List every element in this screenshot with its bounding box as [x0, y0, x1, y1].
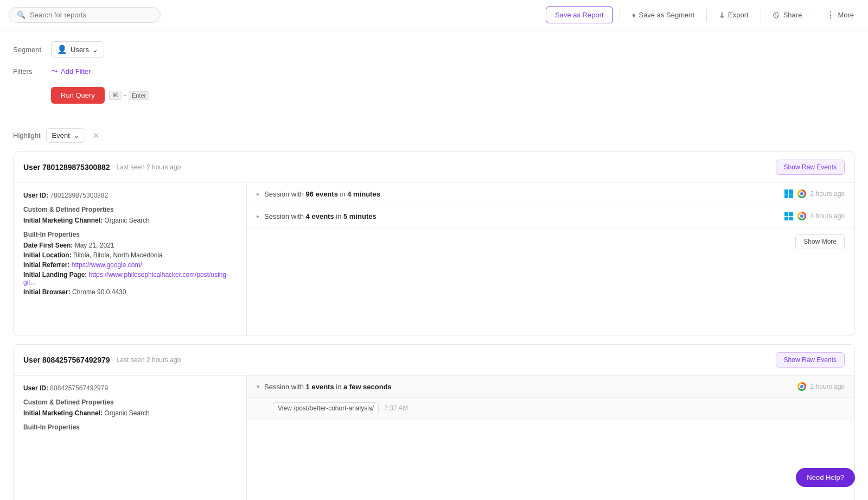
people-icon: 👤 — [57, 45, 67, 54]
user-last-seen-2: Last seen 2 hours ago — [117, 356, 181, 364]
user-card-1: User 7801289875300882 Last seen 2 hours … — [13, 151, 855, 336]
sessions-pane-2: ▾ Session with 1 events in a few seconds… — [247, 376, 854, 500]
custom-props-title-2: Custom & Defined Properties — [23, 398, 237, 406]
duration: a few seconds — [343, 383, 392, 391]
initial-referrer-row-1: Initial Referrer: https://www.google.com… — [23, 261, 237, 269]
add-filter-button[interactable]: ⤳ Add Filter — [51, 66, 91, 76]
need-help-button[interactable]: Need Help? — [796, 468, 855, 487]
search-input[interactable] — [30, 11, 152, 19]
session-right-1-1: 2 hours ago — [784, 189, 845, 198]
divider — [761, 9, 761, 22]
show-raw-events-button-1[interactable]: Show Raw Events — [776, 160, 845, 175]
run-query-button[interactable]: Run Query — [51, 87, 105, 104]
initial-location-row-1: Initial Location: Bitola, Bitola, North … — [23, 251, 237, 259]
initial-landing-row-1: Initial Landing Page: https://www.philos… — [23, 271, 237, 286]
windows-icon — [784, 212, 793, 220]
more-icon: ⋮ — [826, 10, 835, 20]
builtin-props-title-2: Built-In Properties — [23, 423, 237, 431]
show-more-button-1[interactable]: Show More — [795, 234, 845, 249]
segment-value: Users — [71, 46, 89, 54]
divider — [706, 9, 707, 22]
chrome-icon — [797, 382, 806, 391]
user-card-2: User 8084257567492979 Last seen 2 hours … — [13, 344, 855, 500]
share-button[interactable]: ⛒ Share — [768, 8, 808, 23]
segment-dropdown[interactable]: 👤 Users ⌄ — [51, 41, 104, 58]
save-segment-button[interactable]: ● Save as Segment — [627, 8, 700, 22]
user-id-label-2: User ID: — [23, 384, 48, 392]
user-card-body-2: User ID: 8084257567492979 Custom & Defin… — [14, 376, 854, 500]
windows-icon — [784, 189, 793, 198]
search-box[interactable]: 🔍 — [9, 7, 161, 23]
session-left-2-1: ▾ Session with 1 events in a few seconds — [257, 383, 392, 391]
user-name-1: User 7801289875300882 — [23, 163, 110, 172]
topbar-actions: Save as Report ● Save as Segment ⇓ Expor… — [546, 7, 859, 23]
download-icon: ⇓ — [719, 11, 725, 20]
date-first-seen-row-1: Date First Seen: May 21, 2021 — [23, 242, 237, 249]
builtin-props-title-1: Built-In Properties — [23, 231, 237, 238]
sessions-pane-1: ▸ Session with 96 events in 4 minutes 2 … — [247, 183, 854, 335]
show-more-row-1: Show More — [247, 227, 854, 256]
segment-label: Segment — [13, 46, 46, 54]
chevron-down-icon: ⌄ — [92, 46, 98, 54]
session-time-1-2: 4 hours ago — [810, 212, 845, 220]
highlight-value: Event — [52, 131, 70, 140]
divider — [814, 9, 814, 22]
filters-label: Filters — [13, 67, 46, 75]
user-id-value-1: 7801289875300882 — [50, 192, 108, 199]
chevron-right-icon: ▸ — [257, 191, 260, 198]
more-button[interactable]: ⋮ More — [821, 7, 859, 23]
event-count: 4 events — [306, 212, 334, 220]
event-row-2-1: View /post/better-cohort-analysis/ 7:37 … — [247, 398, 854, 419]
user-card-body-1: User ID: 7801289875300882 Custom & Defin… — [14, 183, 854, 335]
event-time: 7:37 AM — [384, 404, 408, 412]
chrome-icon — [797, 189, 806, 198]
session-item-1-1[interactable]: ▸ Session with 96 events in 4 minutes 2 … — [247, 183, 854, 205]
filters-row: Filters ⤳ Add Filter — [13, 66, 855, 76]
session-item-1-2[interactable]: ▸ Session with 4 events in 5 minutes 4 h… — [247, 205, 854, 227]
save-report-button[interactable]: Save as Report — [546, 7, 613, 23]
user-last-seen-1: Last seen 2 hours ago — [117, 163, 181, 171]
divider — [620, 9, 620, 22]
duration: 4 minutes — [347, 190, 380, 198]
referrer-link-1[interactable]: https://www.google.com/ — [72, 261, 142, 269]
clock-icon: ● — [632, 11, 636, 19]
plus-separator: + — [123, 92, 127, 99]
session-item-2-1[interactable]: ▾ Session with 1 events in a few seconds… — [247, 376, 854, 398]
highlight-row: Highlight Event ⌄ ✕ — [13, 128, 855, 143]
session-text-2-1: Session with 1 events in a few seconds — [264, 383, 392, 391]
event-count: 1 events — [306, 383, 334, 391]
user-id-row-2: User ID: 8084257567492979 — [23, 384, 237, 392]
cmd-key: ⌘ — [109, 91, 122, 100]
main-content: Segment 👤 Users ⌄ Filters ⤳ Add Filter R… — [0, 30, 868, 500]
chrome-icon — [797, 212, 806, 220]
session-left-1-1: ▸ Session with 96 events in 4 minutes — [257, 190, 380, 198]
user-title-2: User 8084257567492979 Last seen 2 hours … — [23, 356, 181, 364]
show-raw-events-button-2[interactable]: Show Raw Events — [776, 352, 845, 368]
highlight-label: Highlight — [13, 131, 41, 140]
chevron-down-icon: ⌄ — [73, 131, 79, 140]
user-id-label-1: User ID: — [23, 192, 48, 199]
clear-highlight-button[interactable]: ✕ — [93, 131, 100, 141]
initial-channel-row-2: Initial Marketing Channel: Organic Searc… — [23, 409, 237, 417]
custom-props-title-1: Custom & Defined Properties — [23, 206, 237, 213]
share-icon: ⛒ — [773, 11, 781, 20]
session-time-2-1: 2 hours ago — [810, 383, 845, 390]
user-title-1: User 7801289875300882 Last seen 2 hours … — [23, 163, 181, 172]
highlight-dropdown[interactable]: Event ⌄ — [46, 128, 85, 143]
session-text-1-2: Session with 4 events in 5 minutes — [264, 212, 376, 220]
initial-channel-row-1: Initial Marketing Channel: Organic Searc… — [23, 217, 237, 224]
export-button[interactable]: ⇓ Export — [713, 8, 754, 23]
user-id-value-2: 8084257567492979 — [50, 384, 108, 392]
user-card-header-1: User 7801289875300882 Last seen 2 hours … — [14, 152, 854, 183]
search-icon: 🔍 — [17, 11, 25, 19]
session-time-1-1: 2 hours ago — [810, 190, 845, 198]
divider — [13, 117, 855, 117]
initial-browser-row-1: Initial Browser: Chrome 90.0.4430 — [23, 288, 237, 296]
chevron-right-icon: ▸ — [257, 213, 260, 220]
keyboard-shortcut: ⌘ + Enter — [109, 91, 149, 100]
session-text-1-1: Session with 96 events in 4 minutes — [264, 190, 380, 198]
user-id-row-1: User ID: 7801289875300882 — [23, 192, 237, 199]
enter-key: Enter — [129, 91, 149, 100]
user-name-2: User 8084257567492979 — [23, 356, 110, 364]
event-count: 96 events — [306, 190, 338, 198]
